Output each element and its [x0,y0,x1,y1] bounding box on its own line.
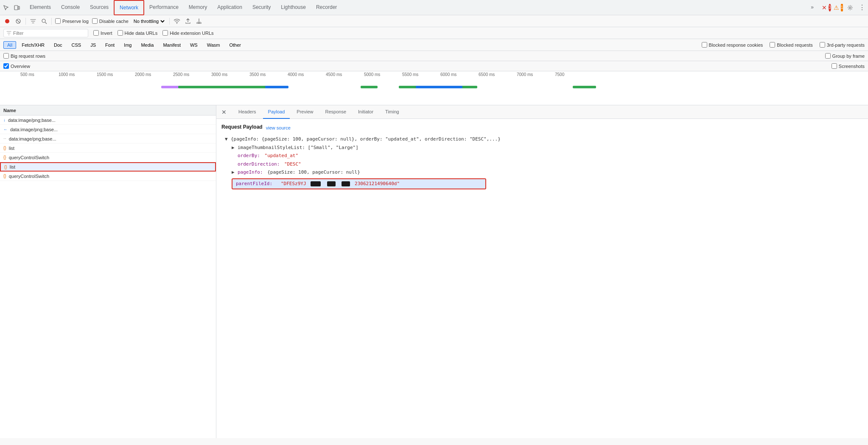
tick-4000: 4000 ms [288,72,304,77]
search-icon[interactable] [40,17,48,25]
group-by-frame-checkbox[interactable]: Group by frame [825,53,865,59]
type-filter-css[interactable]: CSS [68,41,85,49]
timeline-bar-7 [573,86,596,88]
view-source-link[interactable]: view source [266,125,291,130]
throttle-select[interactable]: No throttling [132,18,166,24]
thumbnail-expand-icon[interactable]: ▶ [232,144,237,152]
tab-sources[interactable]: Sources [85,0,114,15]
list-item-img1[interactable]: ↓ data:image/png;base... [0,115,216,125]
payload-title: Request Payload [221,124,263,130]
panel-tab-headers[interactable]: Headers [233,105,261,119]
tab-console[interactable]: Console [56,0,85,15]
warn-count-icon[interactable]: ⚠ 1 [834,3,843,12]
type-filter-all[interactable]: All [3,41,16,49]
type-filter-js[interactable]: JS [87,41,100,49]
type-filter-img[interactable]: Img [120,41,135,49]
filter-icon[interactable] [29,17,37,25]
tab-security[interactable]: Security [247,0,276,15]
svg-rect-1 [18,6,20,9]
close-errors-icon[interactable]: ✕ 3 [822,3,831,12]
download-icon[interactable] [195,17,203,25]
dots-icon: ··· [3,137,6,141]
list-item-list2[interactable]: {} list [0,162,216,172]
tab-lighthouse[interactable]: Lighthouse [276,0,311,15]
panel-tab-response[interactable]: Response [320,105,351,119]
list-item-img2[interactable]: ← data:image/png;base... [0,125,216,134]
tick-1500: 1500 ms [97,72,113,77]
type-filter-font[interactable]: Font [101,41,118,49]
back-arrow-icon: ← [3,127,8,132]
orderby-key: orderBy: [238,152,260,160]
payload-thumbnail-row[interactable]: ▶ imageThumbnailStyleList: ["Small", "La… [232,144,863,152]
devtools-device-icon[interactable] [13,3,21,12]
tab-network[interactable]: Network [114,0,144,15]
panel-close-button[interactable]: ✕ [220,108,228,116]
blocked-cookies-checkbox[interactable]: Blocked response cookies [702,42,763,48]
redacted-block-1 [311,181,321,186]
third-party-checkbox[interactable]: 3rd-party requests [820,42,865,48]
hide-ext-urls-checkbox[interactable]: Hide extension URLs [162,30,213,36]
right-panel: ✕ Headers Payload Preview Response Initi… [216,105,868,438]
panel-tab-payload[interactable]: Payload [263,105,290,119]
type-filter-fetch[interactable]: Fetch/XHR [18,41,48,49]
timeline-bar-4 [361,86,378,88]
type-filter-other[interactable]: Other [225,41,245,49]
root-expand-icon[interactable]: ▼ [225,135,230,143]
panel-tab-timing[interactable]: Timing [380,105,404,119]
filter-input[interactable] [13,31,77,36]
wifi-icon[interactable] [173,17,181,25]
payload-pageinfo-row[interactable]: ▶ pageInfo: {pageSize: 100, pageCursor: … [232,168,863,177]
pageinfo-expand-icon[interactable]: ▶ [232,169,237,176]
tab-elements[interactable]: Elements [25,0,56,15]
svg-line-7 [45,22,47,24]
redacted-block-3 [342,181,350,186]
type-filter-manifest[interactable]: Manifest [159,41,185,49]
clear-button[interactable] [14,17,22,25]
type-filter-media[interactable]: Media [137,41,157,49]
panel-content: Request Payload view source ▼ {pageInfo:… [216,119,868,438]
type-filter-wasm[interactable]: Wasm [203,41,224,49]
list-item-list1[interactable]: {} list [0,144,216,153]
payload-root-row[interactable]: ▼ {pageInfo: {pageSize: 100, pageCursor:… [225,135,863,144]
left-panel: Name ↓ data:image/png;base... ← data:ima… [0,105,216,438]
tab-application[interactable]: Application [212,0,247,15]
type-filter-ws[interactable]: WS [186,41,202,49]
tick-7000: 7000 ms [517,72,533,77]
invert-checkbox[interactable]: Invert [93,30,112,36]
options-row-1: Big request rows Group by frame [0,51,868,61]
devtools-pointer-icon[interactable] [2,3,10,12]
payload-section: Request Payload view source ▼ {pageInfo:… [216,122,868,193]
big-request-rows-checkbox[interactable]: Big request rows [3,53,45,59]
type-filter-doc[interactable]: Doc [50,41,66,49]
more-tabs-button[interactable]: » [806,0,819,15]
blocked-requests-checkbox[interactable]: Blocked requests [770,42,812,48]
orderby-val: "updated_at" [265,152,298,160]
screenshots-checkbox[interactable]: Screenshots [832,63,865,69]
hide-data-urls-checkbox[interactable]: Hide data URLs [118,30,158,36]
more-options-icon[interactable]: ⋮ [858,3,866,12]
parentfileid-key: parentFileId: [236,181,272,186]
svg-line-5 [17,20,20,23]
svg-point-6 [42,19,45,23]
overview-checkbox[interactable]: Overview [3,63,30,69]
disable-cache-checkbox[interactable]: Disable cache [92,18,129,24]
payload-orderdir-row: orderDirection: "DESC" [232,160,863,169]
settings-icon[interactable] [846,3,854,12]
upload-icon[interactable] [184,17,192,25]
record-button[interactable] [3,17,11,25]
list-item-img3[interactable]: ··· data:image/png;base... [0,134,216,144]
tab-performance[interactable]: Performance [144,0,184,15]
svg-point-3 [5,19,9,23]
panel-tab-initiator[interactable]: Initiator [353,105,378,119]
toolbar-separator-1 [25,18,26,25]
error-count-badge: 3 [829,4,831,11]
payload-orderby-row: orderBy: "updated_at" [232,152,863,160]
list-item-query2[interactable]: {} queryControlSwitch [0,172,216,181]
tick-500: 500 ms [20,72,34,77]
tab-memory[interactable]: Memory [184,0,212,15]
list-item-query1[interactable]: {} queryControlSwitch [0,153,216,162]
panel-tab-preview[interactable]: Preview [291,105,318,119]
bracket-icon-4: {} [3,174,6,178]
tab-recorder[interactable]: Recorder [311,0,342,15]
preserve-log-checkbox[interactable]: Preserve log [55,18,89,24]
